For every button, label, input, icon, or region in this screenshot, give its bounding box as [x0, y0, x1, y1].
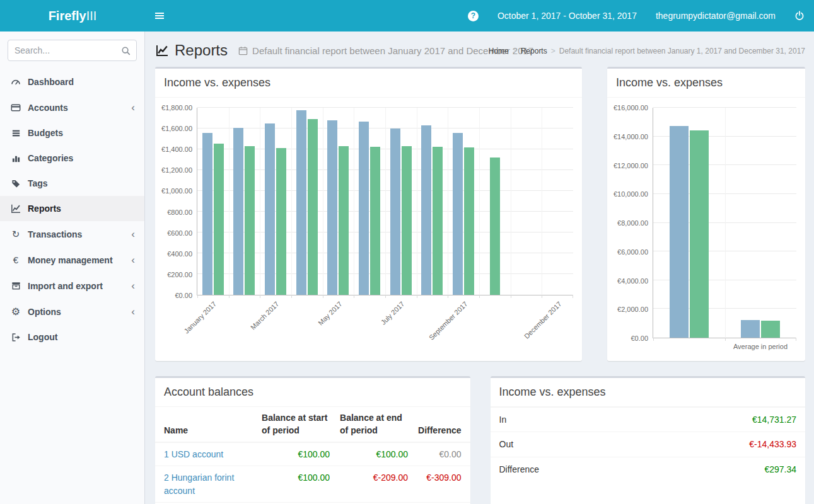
difference-cell: €0.00: [413, 442, 470, 466]
sidebar-item-label: Tags: [28, 178, 48, 188]
bar-expenses: [490, 158, 500, 295]
breadcrumb-home-link[interactable]: Home: [489, 47, 509, 55]
search-icon: [121, 46, 131, 55]
x-axis-labels: Average in period: [653, 338, 796, 352]
line-chart-icon: [155, 44, 169, 57]
y-axis-tick-label: €10,000.00: [613, 190, 648, 198]
brand-light: III: [86, 9, 97, 23]
account-row: 2 Hungarian forint account €100.00 €-209…: [155, 466, 470, 503]
y-axis-tick-label: €12,000.00: [613, 162, 648, 169]
bar-income: [421, 125, 431, 295]
sidebar-item-categories: Categories: [0, 146, 144, 171]
archive-icon: [9, 281, 22, 290]
y-axis-tick-label: €1,000.00: [161, 187, 192, 195]
bar-expenses: [339, 146, 349, 295]
period-income-expenses-box: Income vs. expenses €0.00€2,000.00€4,000…: [607, 67, 805, 361]
summary-row: Out €-14,433.93: [491, 432, 806, 457]
y-axis-tick-label: €600.00: [167, 229, 192, 237]
plot-area: [653, 108, 796, 338]
brand-bold: Firefly: [49, 9, 86, 23]
credit-card-icon: [9, 103, 22, 113]
box-header: Account balances: [155, 378, 470, 407]
summary-row: In €14,731.27: [491, 408, 806, 432]
search-button[interactable]: [115, 40, 136, 60]
bar-group: [354, 108, 385, 295]
x-axis-tick-label: Average in period: [733, 343, 788, 350]
account-row: 1 USD account €100.00 €100.00 €0.00: [155, 442, 470, 466]
search-input[interactable]: [8, 45, 115, 55]
account-link[interactable]: 1 USD account: [164, 449, 223, 459]
breadcrumb: Home Reports Default financial report be…: [489, 47, 805, 55]
bar-group: [542, 108, 573, 295]
help-button[interactable]: ?: [458, 0, 488, 32]
box-header: Income vs. expenses: [491, 378, 806, 407]
logout-top-button[interactable]: [785, 0, 814, 32]
sidebar-item-label: Budgets: [28, 128, 63, 138]
breadcrumb-reports-link[interactable]: Reports: [521, 47, 547, 55]
bar-expenses: [308, 119, 318, 295]
period-income-expenses-chart[interactable]: €0.00€2,000.00€4,000.00€6,000.00€8,000.0…: [612, 103, 796, 352]
x-axis-tick-label: January 2017: [183, 300, 218, 335]
chevron-left-icon: ‹: [131, 306, 135, 317]
gears-icon: ⚙: [9, 307, 22, 317]
sidebar-toggle-button[interactable]: [145, 0, 174, 32]
hamburger-icon: [154, 11, 165, 21]
tasks-icon: [9, 129, 22, 138]
bar-group: [323, 108, 354, 295]
chevron-left-icon: ‹: [131, 229, 135, 239]
box-title: Income vs. expenses: [164, 75, 573, 91]
y-axis-tick-label: €0.00: [631, 335, 648, 342]
y-axis-tick-label: €0.00: [175, 292, 192, 299]
gauge-icon: [9, 77, 22, 87]
y-axis-tick-label: €6,000.00: [617, 248, 648, 256]
y-axis-labels: €0.00€200.00€400.00€600.00€800.00€1,000.…: [160, 108, 197, 295]
chevron-left-icon: ‹: [131, 255, 135, 265]
euro-icon: €: [9, 255, 22, 265]
box-title: Account balances: [164, 384, 462, 400]
end-balance-cell: €-209.00: [335, 466, 413, 503]
bar-group: [291, 108, 323, 295]
y-axis-tick-label: €400.00: [167, 250, 192, 258]
bar-group: [448, 108, 479, 295]
difference-cell: €-309.00: [413, 466, 470, 503]
sidebar-menu: Dashboard Accounts ‹ Budgets Categories …: [0, 69, 144, 350]
summary-value: €14,731.27: [638, 408, 805, 432]
y-axis-tick-label: €1,400.00: [161, 146, 192, 153]
summary-label: Out: [491, 432, 638, 457]
x-axis-tick-label: September 2017: [427, 300, 468, 341]
user-email-button[interactable]: thegrumpydictator@gmail.com: [646, 0, 785, 32]
sidebar-item-label: Import and export: [28, 281, 103, 291]
y-axis-tick-label: €1,800.00: [161, 104, 192, 112]
bar-expenses: [370, 147, 380, 295]
bar-expenses: [276, 148, 286, 295]
sidebar-item-reports: Reports: [0, 196, 144, 221]
x-axis-tick-label: December 2017: [523, 300, 563, 340]
sidebar-item-money-management: € Money management ‹: [0, 247, 144, 273]
bar-income: [453, 133, 463, 295]
main-content: Reports Default financial report between…: [145, 0, 814, 504]
sidebar-item-budgets: Budgets: [0, 120, 144, 146]
bar-expenses: [214, 144, 224, 295]
content-body: Income vs. expenses €0.00€200.00€400.00€…: [145, 64, 814, 504]
top-navbar: FireflyIII ? October 1, 2017 - October 3…: [0, 0, 814, 32]
sidebar-item-label: Categories: [28, 153, 73, 163]
x-axis-tick-label: July 2017: [380, 300, 406, 326]
sidebar-search: [8, 40, 137, 61]
bar-income: [327, 120, 337, 295]
monthly-income-expenses-chart[interactable]: €0.00€200.00€400.00€600.00€800.00€1,000.…: [160, 103, 573, 351]
x-axis-tick-label: March 2017: [249, 300, 281, 331]
summary-value: €297.34: [638, 457, 805, 481]
bar-group: [197, 108, 229, 295]
bar-income: [741, 320, 760, 338]
topnav: ? October 1, 2017 - October 31, 2017 the…: [145, 0, 814, 32]
start-balance-cell: €100.00: [257, 466, 335, 503]
bar-group: [229, 108, 260, 295]
account-link[interactable]: 2 Hungarian forint account: [164, 472, 234, 495]
plot-area: [197, 108, 573, 295]
date-range-button[interactable]: October 1, 2017 - October 31, 2017: [488, 0, 646, 32]
chevron-left-icon: ‹: [131, 280, 135, 291]
y-axis-tick-label: €1,200.00: [161, 166, 192, 174]
income-expenses-summary-box: Income vs. expenses In €14,731.27 Out €-…: [491, 376, 806, 504]
app-logo[interactable]: FireflyIII: [0, 0, 145, 32]
x-axis-labels: January 2017March 2017May 2017July 2017S…: [197, 295, 573, 351]
